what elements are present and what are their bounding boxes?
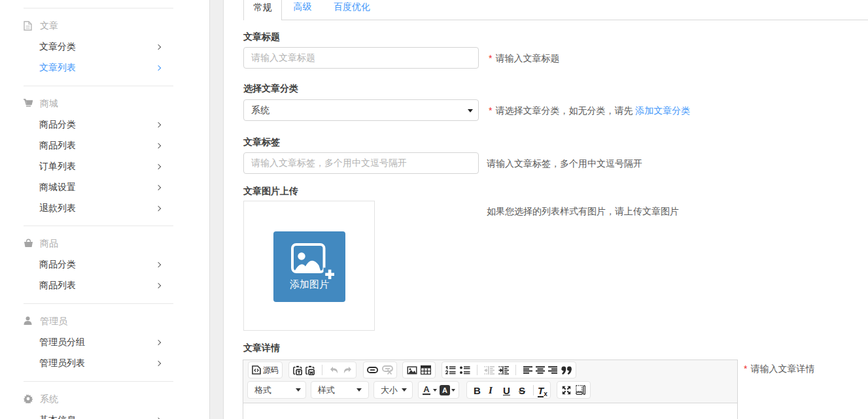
svg-text:A: A xyxy=(442,386,447,394)
svg-text:A: A xyxy=(423,385,430,394)
